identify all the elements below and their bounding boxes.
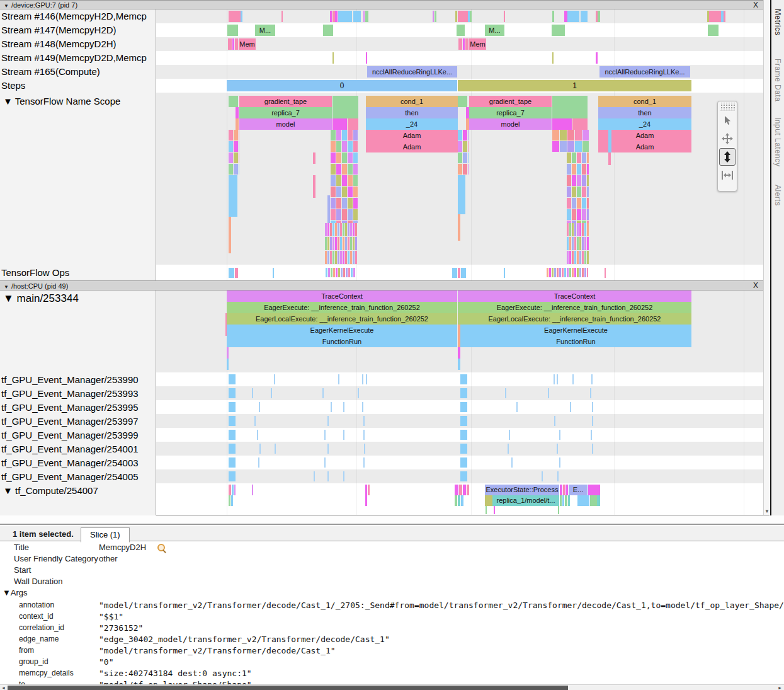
track-label[interactable]: Stream #149(MemcpyD2D,Memcp [1,52,155,63]
trace-event[interactable] [554,374,555,384]
trace-event[interactable] [348,164,353,175]
trace-event[interactable]: cond_1 [598,96,691,107]
trace-event[interactable] [335,251,337,264]
trace-event[interactable] [559,430,560,440]
trace-event[interactable] [575,141,582,152]
trace-event[interactable] [323,25,333,36]
trace-event[interactable] [327,444,329,454]
trace-event[interactable] [433,11,434,22]
trace-event[interactable] [336,268,338,277]
trace-event[interactable] [353,237,355,250]
trace-event[interactable] [587,187,589,197]
trace-event[interactable] [572,268,574,277]
trace-event[interactable] [562,268,564,277]
trace-event[interactable] [331,402,332,412]
collapse-cpu-icon[interactable]: ▼ [4,284,9,290]
tab-slice[interactable]: Slice (1) [81,527,130,543]
trace-event[interactable] [353,11,361,22]
trace-event[interactable] [458,141,462,152]
trace-event[interactable] [552,141,559,152]
trace-event[interactable] [340,223,342,236]
trace-event[interactable] [569,268,571,277]
trace-event[interactable] [353,175,358,186]
trace-event[interactable] [332,251,334,264]
trace-event[interactable] [579,251,581,264]
trace-event[interactable] [461,268,466,278]
trace-event[interactable] [333,268,335,277]
trace-event[interactable] [577,152,581,163]
trace-event[interactable] [577,268,579,277]
trace-event[interactable] [325,251,327,264]
trace-event[interactable] [362,402,363,412]
trace-event[interactable]: EagerLocalExecute: __inference_train_fun… [458,313,691,325]
magnifier-icon[interactable] [157,544,165,551]
trace-event[interactable] [239,152,239,163]
trace-event[interactable] [567,187,571,197]
trace-event[interactable]: EagerExecute: __inference_train_function… [458,302,691,313]
trace-event[interactable] [348,152,353,163]
trace-event[interactable] [335,11,338,22]
trace-event[interactable] [455,495,457,506]
trace-event[interactable] [574,251,576,264]
trace-event[interactable] [574,268,576,277]
trace-event[interactable] [567,152,571,163]
trace-event[interactable] [332,118,347,130]
trace-event[interactable] [252,485,253,495]
trace-event[interactable] [575,130,582,141]
trace-event[interactable]: E... [569,485,588,495]
trace-event[interactable] [463,38,465,50]
trace-event[interactable] [572,152,576,163]
trace-event[interactable] [348,209,353,220]
trace-event[interactable] [363,430,365,440]
trace-event[interactable] [504,268,505,278]
trace-event[interactable] [485,495,492,506]
trace-event[interactable] [353,130,358,141]
trace-event[interactable] [228,38,232,50]
pan-tool-button[interactable] [719,130,736,147]
trace-event[interactable] [577,209,581,220]
trace-event[interactable] [582,187,586,197]
trace-event[interactable] [587,237,589,250]
trace-event[interactable] [275,444,276,454]
trace-event[interactable] [486,506,487,514]
trace-event[interactable] [581,11,588,22]
trace-event[interactable] [468,130,469,141]
trace-event[interactable] [560,485,562,495]
trace-event[interactable]: replica_7 [239,107,332,118]
trace-event[interactable] [342,187,347,197]
trace-event[interactable] [229,164,233,175]
trace-event[interactable] [331,175,336,186]
trace-event[interactable] [558,506,559,514]
trace-event[interactable] [327,195,330,223]
trace-event[interactable] [281,11,283,22]
trace-event[interactable] [342,164,347,175]
trace-event[interactable] [572,209,576,220]
trace-event[interactable]: EagerKernelExecute [227,325,457,336]
trace-event[interactable] [229,130,233,141]
trace-event[interactable] [336,130,341,141]
trace-event[interactable] [455,11,457,22]
trace-event[interactable] [345,237,347,250]
trace-event[interactable] [350,237,352,250]
trace-event[interactable] [470,11,472,22]
trace-event[interactable] [608,130,611,152]
trace-event[interactable] [574,223,576,236]
trace-event[interactable] [568,495,570,506]
trace-event[interactable]: _24 [598,118,691,130]
trace-event[interactable] [465,38,469,50]
trace-event[interactable] [241,11,242,22]
trace-event[interactable] [355,223,357,236]
trace-event[interactable] [229,388,236,398]
trace-event[interactable] [345,251,347,264]
trace-event[interactable] [327,251,329,264]
trace-event[interactable] [565,495,567,506]
track-label[interactable]: tf_GPU_Event_Manager/253990 [1,374,155,385]
trace-event[interactable] [331,130,336,141]
trace-event[interactable]: ncclAllReduceRingLLKe... [599,66,690,78]
trace-event[interactable] [508,444,509,454]
trace-event[interactable] [324,457,326,468]
trace-event[interactable] [577,198,581,209]
trace-event[interactable] [461,495,463,506]
trace-event[interactable]: _24 [366,118,458,130]
trace-event[interactable] [457,25,465,36]
